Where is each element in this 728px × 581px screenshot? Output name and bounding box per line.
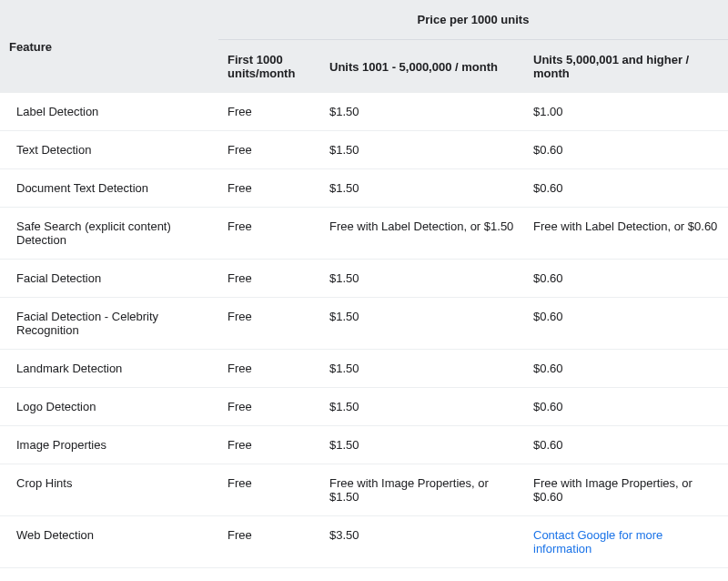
cell-tier1: Free [218, 93, 320, 131]
cell-tier3: $0.60 [524, 426, 728, 464]
cell-tier1: Free [218, 298, 320, 350]
cell-tier1: Free [218, 516, 320, 568]
cell-tier3: $0.60 [524, 131, 728, 169]
cell-tier1: Free [218, 131, 320, 169]
cell-tier1: Free [218, 426, 320, 464]
cell-tier3: $0.60 [524, 350, 728, 388]
table-row: Crop HintsFreeFree with Image Properties… [0, 464, 728, 516]
cell-tier2: $1.50 [320, 93, 524, 131]
cell-feature: Facial Detection - Celebrity Recognition [0, 298, 218, 350]
cell-tier2: Free with Label Detection, or $1.50 [320, 208, 524, 260]
pricing-table: Feature Price per 1000 units First 1000 … [0, 0, 728, 581]
cell-feature: Crop Hints [0, 464, 218, 516]
table-row: Facial Detection - Celebrity Recognition… [0, 298, 728, 350]
cell-tier2: $2.25 [320, 568, 524, 582]
cell-feature: Text Detection [0, 131, 218, 169]
table-row: Facial DetectionFree$1.50$0.60 [0, 260, 728, 298]
table-row: Image PropertiesFree$1.50$0.60 [0, 426, 728, 464]
column-header-tier2: Units 1001 - 5,000,000 / month [320, 40, 524, 94]
cell-tier1: Free [218, 169, 320, 208]
cell-tier2: $1.50 [320, 426, 524, 464]
cell-tier1: Free [218, 388, 320, 426]
cell-tier2: $1.50 [320, 260, 524, 298]
cell-feature: Logo Detection [0, 388, 218, 426]
cell-tier2: $1.50 [320, 388, 524, 426]
cell-tier1: Free [218, 350, 320, 388]
column-header-tier3: Units 5,000,001 and higher / month [524, 40, 728, 94]
table-row: Text DetectionFree$1.50$0.60 [0, 131, 728, 169]
cell-tier3: $0.60 [524, 169, 728, 208]
cell-tier3: $0.60 [524, 260, 728, 298]
cell-feature: Safe Search (explicit content) Detection [0, 208, 218, 260]
cell-tier2: $1.50 [320, 350, 524, 388]
cell-feature: Image Properties [0, 426, 218, 464]
cell-feature: Facial Detection [0, 260, 218, 298]
table-row: Safe Search (explicit content) Detection… [0, 208, 728, 260]
column-group-price: Price per 1000 units [218, 0, 728, 40]
table-row: Document Text DetectionFree$1.50$0.60 [0, 169, 728, 208]
table-row: Object LocalizationFree$2.25$1.50 [0, 568, 728, 582]
cell-tier2: $1.50 [320, 298, 524, 350]
cell-tier2: $3.50 [320, 516, 524, 568]
cell-tier3: $1.50 [524, 568, 728, 582]
column-header-feature: Feature [0, 0, 218, 93]
cell-tier3: $1.00 [524, 93, 728, 131]
cell-feature: Object Localization [0, 568, 218, 582]
cell-tier3: Free with Image Properties, or $0.60 [524, 464, 728, 516]
contact-link[interactable]: Contact Google for more information [533, 528, 662, 556]
cell-feature: Label Detection [0, 93, 218, 131]
column-header-tier1: First 1000 units/month [218, 40, 320, 94]
table-row: Label DetectionFree$1.50$1.00 [0, 93, 728, 131]
cell-tier1: Free [218, 260, 320, 298]
cell-tier2: $1.50 [320, 131, 524, 169]
cell-feature: Landmark Detection [0, 350, 218, 388]
cell-tier3: Free with Label Detection, or $0.60 [524, 208, 728, 260]
table-row: Logo DetectionFree$1.50$0.60 [0, 388, 728, 426]
cell-tier3: Contact Google for more information [524, 516, 728, 568]
cell-tier1: Free [218, 208, 320, 260]
cell-feature: Web Detection [0, 516, 218, 568]
table-row: Landmark DetectionFree$1.50$0.60 [0, 350, 728, 388]
cell-tier3: $0.60 [524, 388, 728, 426]
cell-feature: Document Text Detection [0, 169, 218, 208]
cell-tier2: Free with Image Properties, or $1.50 [320, 464, 524, 516]
table-row: Web DetectionFree$3.50Contact Google for… [0, 516, 728, 568]
cell-tier1: Free [218, 464, 320, 516]
cell-tier3: $0.60 [524, 298, 728, 350]
cell-tier2: $1.50 [320, 169, 524, 208]
cell-tier1: Free [218, 568, 320, 582]
